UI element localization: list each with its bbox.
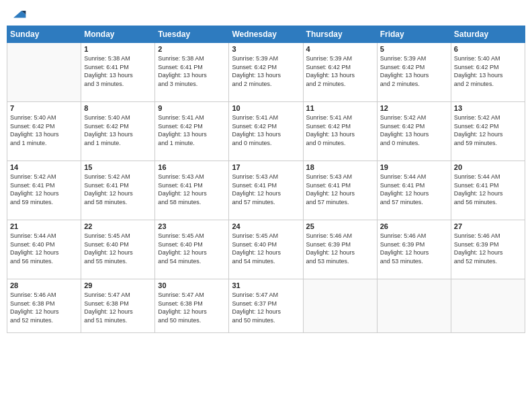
- calendar-day-cell: 23Sunrise: 5:45 AM Sunset: 6:40 PM Dayli…: [155, 220, 229, 279]
- calendar-day-cell: 3Sunrise: 5:39 AM Sunset: 6:42 PM Daylig…: [229, 43, 303, 102]
- day-number: 22: [84, 222, 152, 230]
- calendar-day-cell: 9Sunrise: 5:41 AM Sunset: 6:42 PM Daylig…: [155, 102, 229, 161]
- calendar-day-cell: [303, 279, 377, 333]
- calendar-day-cell: 5Sunrise: 5:39 AM Sunset: 6:42 PM Daylig…: [377, 43, 451, 102]
- day-info: Sunrise: 5:41 AM Sunset: 6:42 PM Dayligh…: [306, 113, 374, 147]
- day-info: Sunrise: 5:38 AM Sunset: 6:41 PM Dayligh…: [158, 54, 226, 88]
- day-number: 21: [10, 222, 78, 230]
- day-number: 6: [454, 45, 522, 53]
- day-info: Sunrise: 5:46 AM Sunset: 6:39 PM Dayligh…: [306, 232, 374, 265]
- day-info: Sunrise: 5:41 AM Sunset: 6:42 PM Dayligh…: [232, 113, 300, 147]
- day-number: 20: [454, 163, 522, 171]
- day-info: Sunrise: 5:40 AM Sunset: 6:42 PM Dayligh…: [454, 54, 522, 88]
- calendar-day-cell: 2Sunrise: 5:38 AM Sunset: 6:41 PM Daylig…: [155, 43, 229, 102]
- calendar-day-header: Saturday: [451, 26, 525, 43]
- day-number: 12: [380, 104, 448, 112]
- day-number: 15: [84, 163, 152, 171]
- day-number: 9: [158, 104, 226, 112]
- calendar-day-header: Friday: [377, 26, 451, 43]
- day-number: 4: [306, 45, 374, 53]
- day-info: Sunrise: 5:40 AM Sunset: 6:42 PM Dayligh…: [84, 113, 152, 147]
- calendar-header-row: SundayMondayTuesdayWednesdayThursdayFrid…: [7, 26, 525, 43]
- day-number: 23: [158, 222, 226, 230]
- calendar-day-cell: 10Sunrise: 5:41 AM Sunset: 6:42 PM Dayli…: [229, 102, 303, 161]
- day-number: 24: [232, 222, 300, 230]
- page-header: [7, 7, 525, 20]
- day-info: Sunrise: 5:40 AM Sunset: 6:42 PM Dayligh…: [10, 113, 78, 147]
- day-info: Sunrise: 5:47 AM Sunset: 6:38 PM Dayligh…: [84, 291, 152, 324]
- day-info: Sunrise: 5:41 AM Sunset: 6:42 PM Dayligh…: [158, 113, 226, 147]
- day-number: 18: [306, 163, 374, 171]
- day-number: 11: [306, 104, 374, 112]
- calendar-day-cell: 6Sunrise: 5:40 AM Sunset: 6:42 PM Daylig…: [451, 43, 525, 102]
- day-info: Sunrise: 5:46 AM Sunset: 6:39 PM Dayligh…: [454, 232, 522, 265]
- day-number: 28: [10, 281, 78, 289]
- calendar-day-cell: 14Sunrise: 5:42 AM Sunset: 6:41 PM Dayli…: [7, 161, 81, 220]
- day-number: 29: [84, 281, 152, 289]
- day-number: 25: [306, 222, 374, 230]
- calendar-day-header: Monday: [81, 26, 155, 43]
- day-number: 16: [158, 163, 226, 171]
- calendar-day-cell: 4Sunrise: 5:39 AM Sunset: 6:42 PM Daylig…: [303, 43, 377, 102]
- day-number: 27: [454, 222, 522, 230]
- calendar-day-cell: 28Sunrise: 5:46 AM Sunset: 6:38 PM Dayli…: [7, 279, 81, 333]
- calendar-page: SundayMondayTuesdayWednesdayThursdayFrid…: [0, 0, 532, 411]
- calendar-day-cell: 24Sunrise: 5:45 AM Sunset: 6:40 PM Dayli…: [229, 220, 303, 279]
- calendar-day-cell: [451, 279, 525, 333]
- day-info: Sunrise: 5:43 AM Sunset: 6:41 PM Dayligh…: [158, 173, 226, 206]
- calendar-day-header: Wednesday: [229, 26, 303, 43]
- day-number: 13: [454, 104, 522, 112]
- day-info: Sunrise: 5:39 AM Sunset: 6:42 PM Dayligh…: [306, 54, 374, 88]
- calendar-day-cell: 19Sunrise: 5:44 AM Sunset: 6:41 PM Dayli…: [377, 161, 451, 220]
- calendar-day-cell: 16Sunrise: 5:43 AM Sunset: 6:41 PM Dayli…: [155, 161, 229, 220]
- calendar-day-cell: 8Sunrise: 5:40 AM Sunset: 6:42 PM Daylig…: [81, 102, 155, 161]
- day-info: Sunrise: 5:42 AM Sunset: 6:41 PM Dayligh…: [84, 173, 152, 206]
- day-info: Sunrise: 5:39 AM Sunset: 6:42 PM Dayligh…: [232, 54, 300, 88]
- day-info: Sunrise: 5:43 AM Sunset: 6:41 PM Dayligh…: [306, 173, 374, 206]
- day-info: Sunrise: 5:42 AM Sunset: 6:42 PM Dayligh…: [454, 113, 522, 147]
- day-number: 8: [84, 104, 152, 112]
- day-number: 14: [10, 163, 78, 171]
- calendar-day-cell: 29Sunrise: 5:47 AM Sunset: 6:38 PM Dayli…: [81, 279, 155, 333]
- calendar-day-header: Thursday: [303, 26, 377, 43]
- day-number: 17: [232, 163, 300, 171]
- day-info: Sunrise: 5:44 AM Sunset: 6:41 PM Dayligh…: [454, 173, 522, 206]
- day-number: 2: [158, 45, 226, 53]
- calendar-day-cell: 22Sunrise: 5:45 AM Sunset: 6:40 PM Dayli…: [81, 220, 155, 279]
- day-info: Sunrise: 5:42 AM Sunset: 6:41 PM Dayligh…: [10, 173, 78, 206]
- day-number: 10: [232, 104, 300, 112]
- calendar-week-row: 7Sunrise: 5:40 AM Sunset: 6:42 PM Daylig…: [7, 102, 525, 161]
- calendar-day-cell: 21Sunrise: 5:44 AM Sunset: 6:40 PM Dayli…: [7, 220, 81, 279]
- day-number: 30: [158, 281, 226, 289]
- day-number: 7: [10, 104, 78, 112]
- calendar-week-row: 1Sunrise: 5:38 AM Sunset: 6:41 PM Daylig…: [7, 43, 525, 102]
- logo: [9, 7, 27, 20]
- day-number: 19: [380, 163, 448, 171]
- day-info: Sunrise: 5:46 AM Sunset: 6:39 PM Dayligh…: [380, 232, 448, 265]
- day-info: Sunrise: 5:44 AM Sunset: 6:41 PM Dayligh…: [380, 173, 448, 206]
- day-number: 5: [380, 45, 448, 53]
- calendar-day-cell: 13Sunrise: 5:42 AM Sunset: 6:42 PM Dayli…: [451, 102, 525, 161]
- calendar-week-row: 14Sunrise: 5:42 AM Sunset: 6:41 PM Dayli…: [7, 161, 525, 220]
- day-number: 1: [84, 45, 152, 53]
- day-info: Sunrise: 5:43 AM Sunset: 6:41 PM Dayligh…: [232, 173, 300, 206]
- day-info: Sunrise: 5:44 AM Sunset: 6:40 PM Dayligh…: [10, 232, 78, 265]
- calendar-week-row: 21Sunrise: 5:44 AM Sunset: 6:40 PM Dayli…: [7, 220, 525, 279]
- day-number: 31: [232, 281, 300, 289]
- day-info: Sunrise: 5:45 AM Sunset: 6:40 PM Dayligh…: [232, 232, 300, 265]
- calendar-day-cell: [7, 43, 81, 102]
- calendar-table: SundayMondayTuesdayWednesdayThursdayFrid…: [7, 26, 525, 333]
- calendar-day-header: Sunday: [7, 26, 81, 43]
- calendar-day-cell: 26Sunrise: 5:46 AM Sunset: 6:39 PM Dayli…: [377, 220, 451, 279]
- calendar-day-cell: 18Sunrise: 5:43 AM Sunset: 6:41 PM Dayli…: [303, 161, 377, 220]
- calendar-day-cell: [377, 279, 451, 333]
- calendar-day-cell: 17Sunrise: 5:43 AM Sunset: 6:41 PM Dayli…: [229, 161, 303, 220]
- day-info: Sunrise: 5:45 AM Sunset: 6:40 PM Dayligh…: [84, 232, 152, 265]
- day-info: Sunrise: 5:47 AM Sunset: 6:37 PM Dayligh…: [232, 291, 300, 324]
- day-info: Sunrise: 5:42 AM Sunset: 6:42 PM Dayligh…: [380, 113, 448, 147]
- calendar-week-row: 28Sunrise: 5:46 AM Sunset: 6:38 PM Dayli…: [7, 279, 525, 333]
- day-info: Sunrise: 5:38 AM Sunset: 6:41 PM Dayligh…: [84, 54, 152, 88]
- calendar-day-cell: 31Sunrise: 5:47 AM Sunset: 6:37 PM Dayli…: [229, 279, 303, 333]
- calendar-day-cell: 25Sunrise: 5:46 AM Sunset: 6:39 PM Dayli…: [303, 220, 377, 279]
- day-number: 3: [232, 45, 300, 53]
